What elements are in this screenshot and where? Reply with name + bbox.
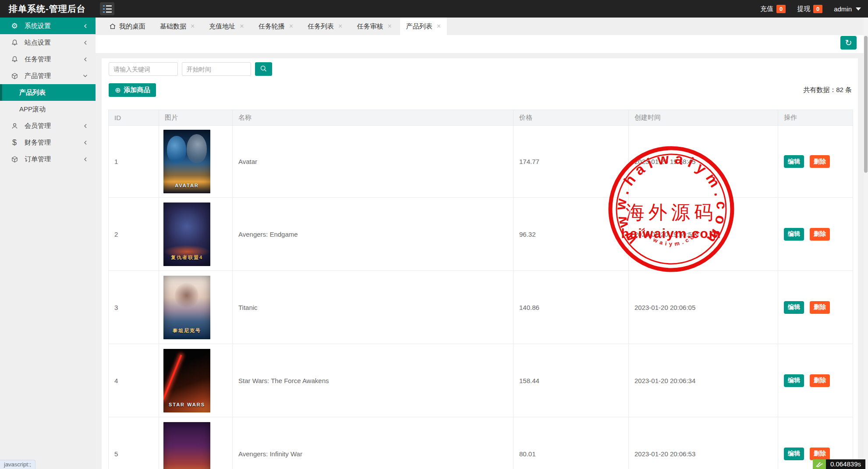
delete-button[interactable]: 删除 [810,155,830,168]
delete-button[interactable]: 删除 [810,228,830,241]
sidebar-item-member-management[interactable]: 会员管理 [0,117,96,134]
refresh-button[interactable]: ↻ [840,36,857,50]
user-icon [10,122,19,130]
table-row: 3 泰坦尼克号 Titanic 140.86 2023-01-20 20:06:… [109,271,853,344]
edit-button[interactable]: 编辑 [784,155,804,168]
cube-icon [10,72,19,80]
cell-id: 5 [109,417,159,469]
product-table: ID 图片 名称 价格 创建时间 操作 1 AVATAR Avatar 174.… [108,110,853,469]
cell-name: Star Wars: The Force Awakens [233,344,514,417]
user-menu[interactable]: admin [834,5,861,13]
cell-name: Avengers: Endgame [233,198,514,271]
cell-id: 2 [109,198,159,271]
thinkphp-logo-icon[interactable] [813,459,826,469]
cell-price: 140.86 [514,271,629,344]
recharge-link[interactable]: 充值 0 [760,5,786,13]
tab-basic-data[interactable]: 基础数据 × [154,18,201,35]
close-icon[interactable]: × [387,23,391,30]
sidebar-item-app-scroll[interactable]: APP滚动 [0,101,96,117]
tab-bar: 我的桌面 基础数据 × 充值地址 × 任务轮播 × 任务列表 × 任务审核 × … [96,18,868,35]
chevron-left-icon [83,157,88,162]
cell-created: 2023-01-20 20:06:34 [629,344,778,417]
cell-price: 174.77 [514,126,629,198]
chevron-down-icon [83,74,88,78]
cell-id: 4 [109,344,159,417]
product-image[interactable]: 泰坦尼克号 [163,276,210,339]
edit-button[interactable]: 编辑 [784,374,804,387]
sidebar-item-task-management[interactable]: 任务管理 [0,51,96,68]
close-icon[interactable]: × [338,23,342,30]
username: admin [834,5,852,13]
app-title: 排单系统-管理后台 [9,3,86,15]
edit-button[interactable]: 编辑 [784,301,804,314]
plus-circle-icon: ⊕ [115,86,120,94]
close-icon[interactable]: × [289,23,293,30]
total-count: 共有数据：82 条 [803,86,852,94]
cell-id: 1 [109,126,159,198]
chevron-down-icon [856,7,861,11]
recharge-count-badge: 0 [776,5,786,13]
product-image[interactable]: AVATAR [163,130,210,193]
exec-time-badge: 0.064839s [826,459,865,469]
start-time-input[interactable] [182,62,251,76]
sidebar-item-order-management[interactable]: 订单管理 [0,151,96,167]
tab-task-review[interactable]: 任务审核 × [351,18,397,35]
product-image[interactable]: STAR WARS [163,349,210,412]
cell-created: 2023-01-20 20:06:05 [629,271,778,344]
chevron-left-icon [83,57,88,62]
add-product-button[interactable]: ⊕ 添加商品 [109,83,156,97]
delete-button[interactable]: 删除 [810,448,830,460]
cell-name: Avengers: Infinity War [233,417,514,469]
scrollbar-thumb[interactable] [864,36,868,173]
vertical-scrollbar[interactable] [864,18,868,469]
chevron-left-icon [83,124,88,128]
tab-task-list[interactable]: 任务列表 × [301,18,348,35]
cell-price: 158.44 [514,344,629,417]
col-header-image: 图片 [159,110,233,126]
cell-price: 96.32 [514,198,629,271]
close-icon[interactable]: × [191,23,195,30]
close-icon[interactable]: × [240,23,244,30]
sidebar-item-system-settings[interactable]: ⚙ 系统设置 [0,18,96,34]
search-button[interactable] [255,62,272,76]
delete-button[interactable]: 删除 [810,374,830,387]
sidebar-toggle-button[interactable] [100,2,114,15]
sidebar-item-product-list[interactable]: 产品列表 [0,84,96,101]
table-row: 5 复仇者联盟3 Avengers: Infinity War 80.01 20… [109,417,853,469]
withdraw-link[interactable]: 提现 0 [797,5,822,13]
product-image[interactable]: 复仇者联盟4 [163,203,210,266]
withdraw-count-badge: 0 [813,5,822,13]
chevron-left-icon [83,40,88,45]
cell-price: 80.01 [514,417,629,469]
sidebar-item-finance-management[interactable]: $ 财务管理 [0,134,96,151]
sidebar-item-product-management[interactable]: 产品管理 [0,68,96,84]
col-header-actions: 操作 [778,110,853,126]
chevron-left-icon [83,140,88,145]
top-bar: 排单系统-管理后台 充值 0 提现 0 admin [0,0,868,18]
edit-button[interactable]: 编辑 [784,228,804,241]
close-icon[interactable]: × [437,23,441,30]
col-header-created: 创建时间 [629,110,778,126]
delete-button[interactable]: 删除 [810,301,830,314]
bell-icon [10,39,19,46]
sidebar-item-site-settings[interactable]: 站点设置 [0,34,96,51]
table-row: 2 复仇者联盟4 Avengers: Endgame 96.32 2023-01… [109,198,853,271]
tab-task-carousel[interactable]: 任务轮播 × [252,18,299,35]
toolbar-row: ↻ [96,35,868,53]
link-status-hint: javascript:; [0,460,35,469]
cell-created: 2023-01-20 19:59:55 [629,198,778,271]
product-image[interactable]: 复仇者联盟3 [163,422,210,469]
bell-icon [10,56,19,63]
edit-button[interactable]: 编辑 [784,448,804,460]
col-header-price: 价格 [514,110,629,126]
sidebar: ⚙ 系统设置 站点设置 任务管理 产品管理 产品列表 [0,18,96,469]
tab-my-desktop[interactable]: 我的桌面 [103,18,152,35]
tab-product-list[interactable]: 产品列表 × [400,18,447,35]
dollar-icon: $ [10,138,19,147]
cell-created: 2023-01-20 19:58:45 [629,126,778,198]
runtime-indicator: 0.064839s [813,459,865,469]
keyword-input[interactable] [109,62,178,76]
cell-name: Avatar [233,126,514,198]
tab-recharge-address[interactable]: 充值地址 × [203,18,250,35]
hamburger-icon [103,5,114,7]
